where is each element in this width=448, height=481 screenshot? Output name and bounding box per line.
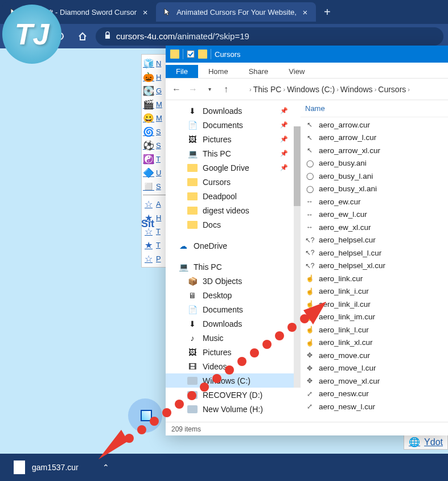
folder-icon[interactable] (198, 50, 207, 59)
sidebar-star-link[interactable]: ☆P (143, 252, 167, 265)
ydot-link[interactable]: 🌐 Ydot (404, 434, 448, 450)
file-item[interactable]: ↔aero_ew_l.cur (301, 208, 448, 221)
file-item[interactable]: ↖?aero_helpsel.cur (301, 234, 448, 247)
nav-item[interactable]: Windows (C:) (166, 373, 294, 388)
sidebar-link[interactable]: 🔷U (143, 166, 167, 179)
address-bar[interactable]: cursors-4u.com/animated/?skip=19 (96, 27, 443, 46)
new-tab-button[interactable]: + (316, 6, 339, 19)
file-item[interactable]: ☝aero_link_il.cur (301, 298, 448, 311)
ribbon-tab-share[interactable]: Share (239, 65, 279, 78)
nav-up[interactable]: ↑ (219, 82, 233, 97)
close-icon[interactable]: × (301, 8, 309, 16)
file-item[interactable]: ↔aero_ew.cur (301, 195, 448, 208)
cursor-file-icon: ✥ (305, 364, 314, 373)
nav-item[interactable]: Google Drive📌 (166, 161, 294, 175)
nav-item[interactable]: Cursors (166, 175, 294, 189)
sidebar-link[interactable]: 🧊N (143, 56, 167, 70)
nav-item[interactable]: 🖼Pictures📌 (166, 132, 294, 146)
chevron-right-icon[interactable]: › (408, 86, 410, 93)
nav-item[interactable]: RECOVERY (D:) (166, 388, 294, 402)
column-header-name[interactable]: Name (301, 100, 448, 117)
nav-item[interactable]: ♪Music (166, 331, 294, 345)
nav-item[interactable]: ⬇Downloads (166, 316, 294, 331)
nav-recent[interactable]: ▾ (202, 82, 217, 97)
file-item[interactable]: ◯aero_busy.ani (301, 157, 448, 170)
nav-item[interactable]: Deadpool (166, 189, 294, 203)
nav-item[interactable]: digest videos (166, 203, 294, 217)
sidebar-link[interactable]: 🎃H (143, 70, 167, 84)
nav-back[interactable]: ← (169, 82, 184, 97)
ribbon-tab-file[interactable]: File (166, 65, 198, 78)
ydot-icon: 🌐 (409, 437, 420, 447)
sidebar-link[interactable]: 😀M (143, 111, 167, 125)
nav-pane[interactable]: ⬇Downloads📌📄Documents📌🖼Pictures📌💻This PC… (166, 100, 294, 422)
sidebar-link[interactable]: 💽G (143, 84, 167, 97)
nav-item[interactable]: 💻This PC📌 (166, 146, 294, 161)
nav-item[interactable]: 🖥Desktop (166, 288, 294, 302)
file-item[interactable]: ☝aero_link_i.cur (301, 285, 448, 298)
browser-toolbar: cursors-4u.com/animated/?skip=19 (0, 24, 448, 48)
nav-item[interactable]: 📄Documents📌 (166, 118, 294, 132)
nav-item[interactable]: 📄Documents (166, 302, 294, 316)
sidebar-link[interactable]: 🌀S (143, 125, 167, 138)
file-item[interactable]: ↖aero_arrow_l.cur (301, 131, 448, 145)
breadcrumb-item[interactable]: This PC (253, 85, 282, 94)
breadcrumb-item[interactable]: Windows (C:) (287, 85, 335, 94)
sidebar-link[interactable]: 🎬M (143, 97, 167, 111)
chevron-right-icon[interactable]: › (283, 86, 285, 93)
nav-item[interactable]: 📦3D Objects (166, 274, 294, 288)
file-item[interactable]: ☝aero_link.cur (301, 272, 448, 285)
file-list[interactable]: ↖aero_arrow.cur↖aero_arrow_l.cur↖aero_ar… (301, 117, 448, 422)
tab-2[interactable]: Animated Cursors For Your Website, × (156, 2, 316, 22)
file-item[interactable]: ☝aero_link_im.cur (301, 311, 448, 324)
quick-access-toolbar[interactable] (187, 50, 207, 59)
chevron-right-icon[interactable]: › (336, 86, 339, 93)
ribbon-tab-home[interactable]: Home (198, 65, 239, 78)
file-item[interactable]: ↖?aero_helpsel_l.cur (301, 246, 448, 260)
file-item[interactable]: ↔aero_ew_xl.cur (301, 221, 448, 234)
sidebar-star-link[interactable]: ★T (143, 238, 167, 252)
file-item[interactable]: ✥aero_move.cur (301, 349, 448, 362)
nav-thispc[interactable]: 💻This PC (166, 260, 294, 274)
nav-item[interactable]: 🖼Pictures (166, 345, 294, 359)
chevron-up-icon[interactable]: ⌃ (102, 463, 109, 472)
file-item[interactable]: ⤢aero_nesw.cur (301, 388, 448, 401)
download-item[interactable]: gam1537.cur ⌃ (8, 457, 115, 478)
file-item[interactable]: ↖?aero_helpsel_xl.cur (301, 260, 448, 273)
file-item[interactable]: ◯aero_busy_xl.ani (301, 183, 448, 196)
checkbox-icon[interactable] (187, 50, 195, 58)
breadcrumb-item[interactable]: Windows (340, 85, 373, 94)
sidebar-star-link[interactable]: ☆A (143, 197, 167, 211)
item-icon: ⬇ (187, 106, 198, 116)
chevron-right-icon[interactable]: › (249, 86, 252, 93)
file-item[interactable]: ☝aero_link_l.cur (301, 323, 448, 336)
breadcrumb-item[interactable]: Cursors (378, 85, 406, 94)
item-icon: 💻 (187, 149, 198, 159)
nav-item[interactable]: 🎞Videos (166, 359, 294, 373)
file-item[interactable]: ◯aero_busy_l.ani (301, 170, 448, 183)
file-item[interactable]: ☝aero_link_xl.cur (301, 336, 448, 350)
ribbon-tab-view[interactable]: View (278, 65, 315, 78)
sidebar-link[interactable]: ⚽S (143, 138, 167, 152)
nav-item[interactable]: New Volume (H:) (166, 402, 294, 416)
file-item[interactable]: ✥aero_move_xl.cur (301, 375, 448, 388)
nav-item[interactable]: Docs (166, 217, 294, 232)
cursor-file-icon: ◯ (305, 184, 314, 194)
file-item[interactable]: ↖aero_arrow.cur (301, 118, 448, 131)
home-button[interactable] (73, 27, 92, 46)
titlebar[interactable]: Cursors (166, 46, 448, 63)
chevron-right-icon[interactable]: › (375, 86, 377, 93)
file-name: aero_nesw.cur (319, 389, 369, 398)
file-name: aero_arrow_l.cur (319, 133, 376, 142)
sidebar-link[interactable]: ◻️S (143, 179, 167, 193)
file-item[interactable]: ⤢aero_nesw_l.cur (301, 400, 448, 413)
nav-onedrive[interactable]: ☁OneDrive (166, 239, 294, 253)
close-icon[interactable]: × (141, 8, 149, 16)
file-item[interactable]: ✥aero_move_l.cur (301, 362, 448, 375)
breadcrumb[interactable]: › This PC›Windows (C:)›Windows›Cursors› (235, 81, 445, 97)
sidebar-link[interactable]: ☯️T (143, 152, 167, 166)
nav-item[interactable]: ⬇Downloads📌 (166, 104, 294, 118)
file-item[interactable]: ↖aero_arrow_xl.cur (301, 144, 448, 157)
category-icon: ◻️ (143, 180, 154, 192)
scrollbar[interactable] (294, 100, 301, 422)
